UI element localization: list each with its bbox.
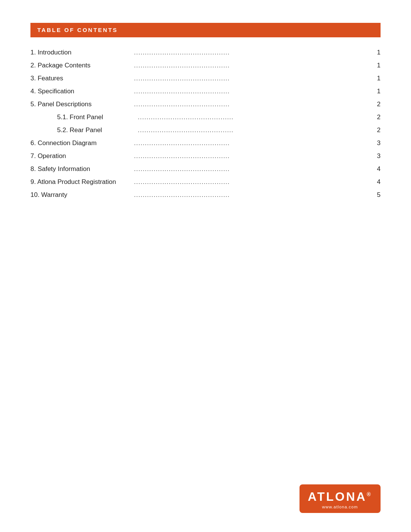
- toc-item-page: 4: [373, 178, 381, 186]
- toc-row: 5.1. Front Panel........................…: [30, 113, 381, 121]
- toc-item-title: 1. Introduction: [30, 49, 129, 56]
- toc-item-title: 5.1. Front Panel: [57, 113, 133, 121]
- toc-row: 1. Introduction.........................…: [30, 49, 381, 56]
- toc-item-dots: ........................................…: [138, 126, 368, 134]
- toc-item-title: 5.2. Rear Panel: [57, 126, 133, 134]
- toc-item-dots: ........................................…: [134, 152, 368, 160]
- toc-item-dots: ........................................…: [134, 49, 368, 56]
- toc-row: 8. Safety Information...................…: [30, 165, 381, 173]
- toc-item-title: 6. Connection Diagram: [30, 139, 129, 147]
- toc-item-page: 1: [373, 75, 381, 82]
- atlona-logo: ATLONA® www.atlona.com: [299, 484, 381, 513]
- toc-item-page: 2: [373, 101, 381, 108]
- toc-item-page: 3: [373, 139, 381, 147]
- atlona-url: www.atlona.com: [322, 505, 358, 509]
- toc-header: TABLE OF CONTENTS: [30, 23, 381, 37]
- toc-item-title: 2. Package Contents: [30, 62, 129, 69]
- toc-item-dots: ........................................…: [134, 139, 368, 147]
- toc-item-page: 5: [373, 191, 381, 199]
- toc-item-dots: ........................................…: [134, 88, 368, 95]
- toc-row: 2. Package Contents.....................…: [30, 62, 381, 69]
- toc-item-page: 1: [373, 62, 381, 69]
- toc-content: 1. Introduction.........................…: [30, 49, 381, 199]
- page: TABLE OF CONTENTS 1. Introduction.......…: [0, 0, 411, 532]
- toc-row: 4. Specification........................…: [30, 88, 381, 95]
- toc-item-page: 1: [373, 88, 381, 95]
- atlona-logo-wrapper: ATLONA® www.atlona.com: [299, 484, 381, 513]
- toc-item-title: 9. Atlona Product Registration: [30, 178, 129, 186]
- toc-item-title: 5. Panel Descriptions: [30, 101, 129, 108]
- toc-item-title: 3. Features: [30, 75, 129, 82]
- toc-item-dots: ........................................…: [134, 101, 368, 108]
- toc-item-page: 2: [373, 126, 381, 134]
- toc-item-dots: ........................................…: [138, 113, 368, 121]
- toc-item-page: 2: [373, 113, 381, 121]
- toc-header-title: TABLE OF CONTENTS: [37, 27, 118, 33]
- atlona-brand-name: ATLONA®: [308, 490, 372, 504]
- toc-item-page: 4: [373, 165, 381, 173]
- toc-item-title: 4. Specification: [30, 88, 129, 95]
- toc-item-dots: ........................................…: [134, 191, 368, 199]
- toc-item-dots: ........................................…: [134, 178, 368, 186]
- toc-row: 5.2. Rear Panel.........................…: [30, 126, 381, 134]
- toc-row: 6. Connection Diagram...................…: [30, 139, 381, 147]
- toc-item-title: 10. Warranty: [30, 191, 129, 199]
- atlona-reg-symbol: ®: [367, 491, 372, 497]
- toc-row: 3. Features.............................…: [30, 75, 381, 82]
- toc-item-dots: ........................................…: [134, 62, 368, 69]
- toc-item-dots: ........................................…: [134, 75, 368, 82]
- toc-item-page: 3: [373, 152, 381, 160]
- toc-item-page: 1: [373, 49, 381, 56]
- toc-row: 10. Warranty............................…: [30, 191, 381, 199]
- toc-row: 5. Panel Descriptions...................…: [30, 101, 381, 108]
- toc-row: 7. Operation............................…: [30, 152, 381, 160]
- toc-row: 9. Atlona Product Registration..........…: [30, 178, 381, 186]
- toc-item-title: 7. Operation: [30, 152, 129, 160]
- toc-item-dots: ........................................…: [134, 165, 368, 173]
- toc-item-title: 8. Safety Information: [30, 165, 129, 173]
